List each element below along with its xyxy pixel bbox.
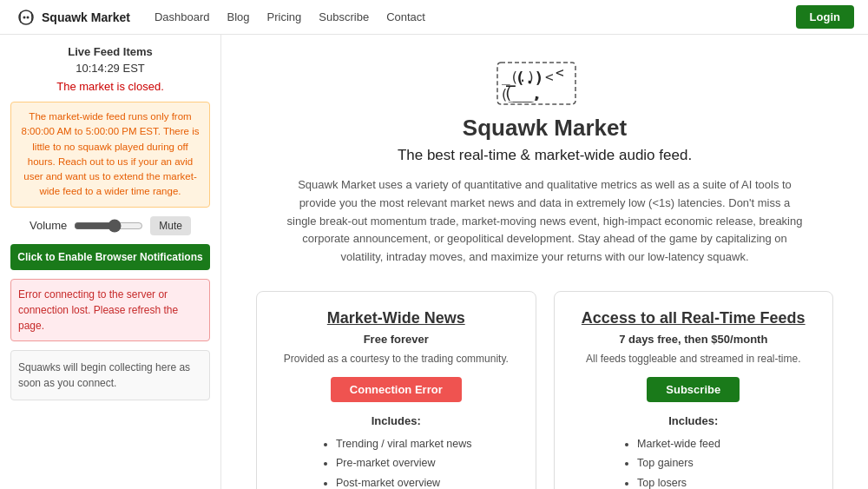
login-button[interactable]: Login — [796, 5, 854, 29]
svg-point-1 — [23, 16, 26, 18]
hero-title: Squawk Market — [463, 115, 627, 142]
volume-row: Volume Mute — [10, 216, 210, 235]
list-item: Trending / viral market news — [336, 434, 472, 454]
card2-includes-label: Includes: — [668, 414, 718, 427]
pricing-row: Market-Wide News Free forever Provided a… — [256, 291, 833, 489]
nav-left: Squawk Market Dashboard Blog Pricing Sub… — [14, 5, 425, 30]
volume-slider[interactable] — [74, 219, 143, 233]
notify-button[interactable]: Click to Enable Browser Notifications — [10, 244, 210, 270]
card1-price: Free forever — [364, 333, 429, 346]
sidebar-title: Live Feed Items — [10, 45, 210, 58]
card1-title: Market-Wide News — [327, 309, 465, 327]
nav-dashboard[interactable]: Dashboard — [155, 10, 210, 23]
list-item: Top losers — [637, 473, 765, 489]
squawk-logo-svg: _(.) < (___, _(.) < (__, — [493, 56, 597, 108]
list-item: Market-wide feed — [637, 434, 765, 454]
navbar: Squawk Market Dashboard Blog Pricing Sub… — [0, 0, 868, 35]
hero-description: Squawk Market uses a variety of quantita… — [285, 176, 806, 267]
nav-pricing[interactable]: Pricing — [267, 10, 302, 23]
sidebar-notice: The market-wide feed runs only from 8:00… — [10, 102, 210, 208]
pricing-card-paid: Access to all Real-Time Feeds 7 days fre… — [554, 291, 834, 489]
nav-links: Dashboard Blog Pricing Subscribe Contact — [155, 10, 425, 23]
card2-features: Market-wide feedTop gainersTop losersOve… — [621, 434, 765, 489]
volume-label: Volume — [30, 219, 67, 232]
card2-title: Access to all Real-Time Feeds — [582, 309, 806, 327]
card1-description: Provided as a courtesy to the trading co… — [284, 353, 509, 365]
nav-blog[interactable]: Blog — [227, 10, 250, 23]
squawk-placeholder: Squawks will begin collecting here as so… — [10, 350, 210, 400]
pricing-card-free: Market-Wide News Free forever Provided a… — [256, 291, 536, 489]
card1-cta-button[interactable]: Connection Error — [331, 377, 462, 402]
nav-subscribe[interactable]: Subscribe — [319, 10, 369, 23]
card2-cta-button[interactable]: Subscribe — [647, 377, 740, 402]
hero-logo: _(.) < (___, _(.) < (__, — [493, 56, 597, 108]
main-content: _(.) < (___, _(.) < (__, Squawk Market T… — [221, 35, 868, 489]
error-banner: Error connecting to the server or connec… — [10, 279, 210, 341]
nav-contact[interactable]: Contact — [386, 10, 425, 23]
svg-text:<: < — [556, 64, 564, 81]
card2-description: All feeds toggleable and streamed in rea… — [586, 353, 800, 365]
nav-brand: Squawk Market — [42, 10, 130, 24]
svg-point-2 — [27, 16, 30, 18]
list-item: Top gainers — [637, 453, 765, 473]
sidebar-market-status: The market is closed. — [10, 80, 210, 93]
list-item: Post-market overview — [336, 473, 472, 489]
nav-right: Login — [796, 5, 854, 29]
list-item: Pre-market overview — [336, 453, 472, 473]
card1-includes-label: Includes: — [372, 414, 421, 427]
card2-price: 7 days free, then $50/month — [619, 333, 767, 346]
card1-features: Trending / viral market newsPre-market o… — [320, 434, 472, 489]
sidebar-time: 10:14:29 EST — [10, 62, 210, 75]
mute-button[interactable]: Mute — [150, 216, 191, 235]
svg-text:(__,: (__, — [503, 84, 541, 102]
brand-logo-icon — [14, 5, 38, 30]
svg-text:<: < — [545, 69, 554, 85]
hero-subtitle: The best real-time & market-wide audio f… — [398, 147, 692, 164]
page-wrapper: Live Feed Items 10:14:29 EST The market … — [0, 35, 868, 489]
sidebar: Live Feed Items 10:14:29 EST The market … — [0, 35, 221, 489]
